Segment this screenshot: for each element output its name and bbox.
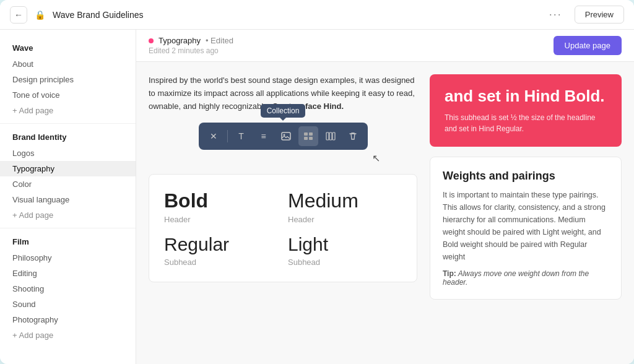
sidebar-item-shooting[interactable]: Shooting (0, 281, 136, 297)
sidebar-section-title-wave: Wave (0, 40, 136, 56)
collection-icon (303, 132, 313, 141)
grid-button[interactable] (321, 126, 341, 146)
delete-button[interactable] (343, 126, 363, 146)
update-page-button[interactable]: Update page (554, 36, 622, 55)
back-button[interactable]: ← (10, 6, 27, 24)
editor-toolbar: ✕ T ≡ (199, 123, 368, 150)
regular-sublabel: Subhead (164, 258, 278, 267)
weight-bold: Bold Header (164, 189, 278, 224)
light-label: Light (288, 234, 402, 255)
lock-icon: 🔒 (35, 10, 45, 20)
collection-button[interactable] (298, 126, 318, 146)
close-toolbar-button[interactable]: ✕ (204, 126, 224, 146)
header-top-row: Typography • Edited (149, 36, 233, 45)
sidebar-item-visual-language[interactable]: Visual language (0, 192, 136, 207)
edit-dot-indicator (149, 38, 154, 43)
sidebar-section-title-film: Film (0, 233, 136, 250)
pink-card: and set in Hind Bold. This subhead is se… (430, 74, 622, 147)
image-button[interactable] (276, 126, 296, 146)
svg-rect-6 (326, 132, 329, 140)
header-page-name: Typography (158, 36, 201, 45)
toolbar-sep-1 (227, 130, 228, 142)
sidebar-section-brand-identity: Brand Identity Logos Typography Color Vi… (0, 129, 136, 223)
svg-rect-3 (309, 132, 313, 136)
pink-card-subtitle: This subhead is set ½ the size of the he… (445, 112, 607, 134)
medium-label: Medium (288, 189, 402, 212)
sidebar-divider-1 (0, 123, 136, 124)
header-info: Typography • Edited Edited 2 minutes ago (149, 36, 233, 55)
sidebar-add-page-film[interactable]: + Add page (0, 327, 136, 343)
sidebar-item-design-principles[interactable]: Design principles (0, 72, 136, 87)
svg-rect-5 (309, 137, 313, 140)
svg-rect-0 (282, 132, 290, 140)
sidebar-item-philosophy[interactable]: Philosophy (0, 250, 136, 266)
weights-info-text: It is important to maintain these type p… (443, 189, 609, 263)
bold-sublabel: Header (164, 215, 278, 224)
weights-info-title: Weights and pairings (443, 170, 609, 183)
collection-tooltip: Collection (261, 104, 306, 118)
sidebar-divider-2 (0, 228, 136, 228)
delete-icon (348, 132, 358, 141)
sidebar-item-color[interactable]: Color (0, 176, 136, 192)
titlebar: ← 🔒 Wave Brand Guidelines ··· Preview (0, 0, 634, 30)
svg-rect-2 (304, 132, 308, 136)
sidebar-add-page-brand[interactable]: + Add page (0, 207, 136, 223)
light-sublabel: Subhead (288, 258, 402, 267)
app-window: ← 🔒 Wave Brand Guidelines ··· Preview Wa… (0, 0, 634, 364)
sidebar-item-editing[interactable]: Editing (0, 266, 136, 281)
window-title: Wave Brand Guidelines (53, 10, 542, 20)
sidebar-item-about[interactable]: About (0, 56, 136, 72)
weight-light: Light Subhead (288, 234, 402, 267)
content-right-panel: and set in Hind Bold. This subhead is se… (430, 74, 622, 352)
align-button[interactable]: ≡ (254, 126, 274, 146)
tip-label: Tip: (443, 269, 456, 278)
sidebar-add-page-wave[interactable]: + Add page (0, 103, 136, 118)
svg-rect-4 (304, 137, 308, 140)
weights-info-card: Weights and pairings It is important to … (430, 157, 622, 300)
weight-regular: Regular Subhead (164, 234, 278, 267)
content-header: Typography • Edited Edited 2 minutes ago… (136, 30, 634, 62)
content-area: Typography • Edited Edited 2 minutes ago… (136, 30, 634, 364)
medium-sublabel: Header (288, 215, 402, 224)
main-layout: Wave About Design principles Tone of voi… (0, 30, 634, 364)
toolbar-wrapper: Collection ✕ T ≡ (149, 123, 417, 164)
weights-info-tip: Tip: Always move one weight down from th… (443, 269, 609, 287)
bold-label: Bold (164, 189, 278, 212)
pink-card-title: and set in Hind Bold. (445, 87, 607, 106)
more-options-button[interactable]: ··· (549, 8, 562, 21)
cursor-indicator: ↖ (372, 152, 380, 164)
svg-rect-8 (332, 132, 335, 140)
sidebar-item-sound[interactable]: Sound (0, 297, 136, 312)
sidebar-section-wave: Wave About Design principles Tone of voi… (0, 40, 136, 118)
sidebar-item-photography[interactable]: Photography (0, 312, 136, 327)
weights-card: Bold Header Medium Header Regular Subhea… (149, 174, 417, 282)
back-icon: ← (14, 10, 23, 20)
sidebar-section-film: Film Philosophy Editing Shooting Sound P… (0, 233, 136, 343)
content-body: Inspired by the world's best sound stage… (136, 62, 634, 364)
sidebar-item-typography[interactable]: Typography (0, 161, 136, 176)
sidebar-item-logos[interactable]: Logos (0, 145, 136, 161)
preview-button[interactable]: Preview (575, 6, 624, 24)
sidebar-section-title-brand-identity: Brand Identity (0, 129, 136, 145)
sidebar-item-tone-of-voice[interactable]: Tone of voice (0, 87, 136, 103)
svg-point-1 (283, 134, 285, 136)
text-style-button[interactable]: T (232, 126, 251, 146)
header-edited-label: • Edited (206, 36, 233, 45)
grid-icon (326, 132, 336, 141)
regular-label: Regular (164, 234, 278, 255)
image-icon (281, 132, 291, 141)
header-timestamp: Edited 2 minutes ago (149, 46, 233, 55)
weight-medium: Medium Header (288, 189, 402, 224)
tip-text: Always move one weight down from the hea… (443, 269, 589, 287)
content-left-panel: Inspired by the world's best sound stage… (149, 74, 417, 352)
svg-rect-7 (329, 132, 332, 140)
sidebar: Wave About Design principles Tone of voi… (0, 30, 136, 364)
